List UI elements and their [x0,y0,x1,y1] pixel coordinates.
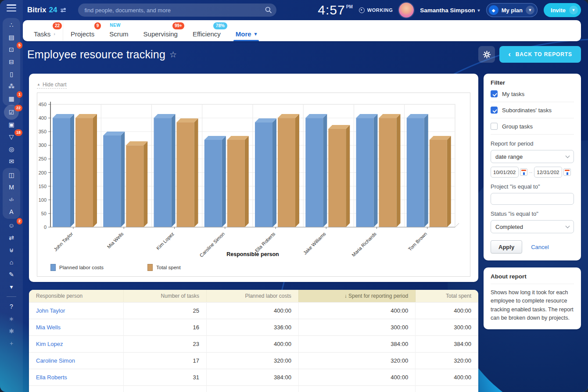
clock: 4:57 PM [318,4,352,17]
calendar-icon[interactable] [563,168,571,176]
sidebar-item-e-signature[interactable]: ✎ [4,268,19,281]
sidebar-item-settings[interactable]: ✱ [4,325,19,337]
sidebar-item-add[interactable]: + [4,337,19,349]
sidebar-item-collapse[interactable]: ▾ [4,281,19,293]
checkbox-checked-icon[interactable] [491,107,498,114]
column-header[interactable]: Number of tasks [123,290,206,303]
person-link[interactable]: Mia Wells [29,319,123,335]
column-header[interactable]: ↓ Spent for reporting period [298,290,415,303]
sidebar-item-mail[interactable]: ✉ [4,155,19,167]
column-header[interactable]: Total spent [416,290,478,303]
sidebar-item-documents[interactable]: ▯ [4,68,19,80]
chevron-down-icon: ▼ [569,6,578,14]
checkbox-unchecked-icon[interactable] [491,123,498,130]
person-link[interactable]: Jake Williams [29,385,123,392]
legend-swatch [50,264,56,271]
user-menu[interactable]: Samantha Simpson ▾ [420,7,480,14]
sidebar-item-shop[interactable]: ⊎ [4,244,19,256]
calendar-icon[interactable] [520,168,527,176]
sidebar-item-calendar[interactable]: ▦1 [4,93,19,105]
shop-icon: ⊎ [9,247,14,253]
table-cell: 300:00 [298,319,415,335]
tab-scrum[interactable]: NEWScrum [102,20,136,41]
filter-checkbox-row[interactable]: Group tasks [491,118,574,135]
sidebar-item-workflows[interactable]: ⇄ [4,232,19,244]
table-cell: 320:00 [298,352,415,369]
sidebar-item-automation[interactable]: A [4,206,19,218]
automation-icon: A [9,209,13,215]
svg-text:0: 0 [44,225,47,230]
person-link[interactable]: Caroline Simon [29,352,123,369]
sidebar-item-extranet[interactable]: ∗ [4,313,19,325]
sidebar-item-newsfeed[interactable]: ▤ [4,31,19,43]
user-avatar[interactable] [399,3,414,18]
person-link[interactable]: John Taylor [29,302,123,319]
svg-text:350: 350 [39,129,47,134]
column-header[interactable]: Planned labor costs [206,290,298,303]
tab-supervising[interactable]: 99+Supervising [136,20,185,41]
sidebar-item-market[interactable]: M [4,181,19,193]
sidebar-item-warehouse[interactable]: ⌂ [4,256,19,268]
apply-button[interactable]: Apply [491,240,522,253]
filter-checkbox-row[interactable]: My tasks [491,86,574,102]
person-link[interactable]: Ella Roberts [29,369,123,385]
sidebar-item-network[interactable]: ∴ [4,19,19,31]
clock-meridiem: PM [346,5,353,9]
working-status[interactable]: WORKING [359,7,393,13]
page-title: Employee resource tracking [27,48,165,61]
table-cell: 400:00 [298,302,415,319]
sidebar-item-employees[interactable]: ⁂ [4,80,19,93]
sidebar-item-tasks[interactable]: ☑22 [4,106,19,118]
chart-bar [53,118,70,227]
table-header-row: Responsible personNumber of tasksPlanned… [29,290,478,303]
sidebar-item-video-calls[interactable]: ⊟ [4,56,19,68]
project-label: Project "is equal to" [491,183,574,190]
my-plan-button[interactable]: ◆ My plan ▼ [486,3,538,17]
favorite-star-icon[interactable]: ☆ [169,50,177,60]
sidebar-item-copilot[interactable]: ☺2 [4,219,19,232]
sidebar-item-marketing[interactable]: ◎ [4,143,19,155]
search-input[interactable] [78,4,276,17]
sidebar-item-help[interactable]: ? [4,300,19,313]
sidebar-item-sales-funnel[interactable]: ▽18 [4,131,19,143]
bitrix24-logo[interactable]: Bitrix24 [27,6,66,14]
market-icon: M [9,184,14,190]
date-from-input[interactable] [491,167,519,178]
about-report-title: About report [491,273,574,284]
chevron-icon: ▾ [255,31,257,37]
filter-checkbox-row[interactable]: Subordinates' tasks [491,102,574,118]
status-select[interactable]: Completed [491,220,574,233]
tab-more[interactable]: More▾ [228,20,264,41]
menu-icon[interactable] [7,4,16,11]
sidebar-item-knowledge-base[interactable]: ◫ [4,169,19,181]
column-header[interactable]: Responsible person [29,290,123,303]
cancel-link[interactable]: Cancel [531,244,549,250]
date-to-input[interactable] [534,167,562,178]
checkbox-checked-icon[interactable] [491,90,498,97]
sidebar-item-crm[interactable]: ▣ [4,118,19,131]
chevron-down-icon [566,224,570,228]
table-row: Jake Williams13400:00360:00360:00 [29,385,478,392]
chart-bar [430,139,447,227]
tab-projects[interactable]: 9Projects [63,20,102,41]
status-select-value: Completed [495,224,523,230]
legend-item: Total spent [147,264,181,271]
hide-chart-link[interactable]: ▲ Hide chart [37,82,67,89]
sidebar-item-developer-resources[interactable]: ‹/› [4,193,19,206]
tab-efficiency[interactable]: 78%Efficiency [185,20,228,41]
table-cell: 336:00 [206,319,298,335]
search-icon[interactable] [265,7,272,15]
table-cell: 16 [123,319,206,335]
sidebar-item-messenger[interactable]: ⊡5 [4,43,19,56]
report-table: Responsible personNumber of tasksPlanned… [29,290,478,392]
person-link[interactable]: Kim Lopez [29,335,123,352]
employees-icon: ⁂ [8,83,14,89]
report-settings-button[interactable] [478,46,495,63]
chart-bar [75,118,93,227]
invite-button[interactable]: Invite ▼ [544,3,581,17]
back-to-reports-button[interactable]: ‹ BACK TO REPORTS [499,46,581,63]
table-cell: 31 [123,369,206,385]
project-input[interactable] [491,193,574,205]
period-select[interactable]: date range [491,150,574,163]
tab-tasks[interactable]: 22Tasks› [26,20,63,41]
